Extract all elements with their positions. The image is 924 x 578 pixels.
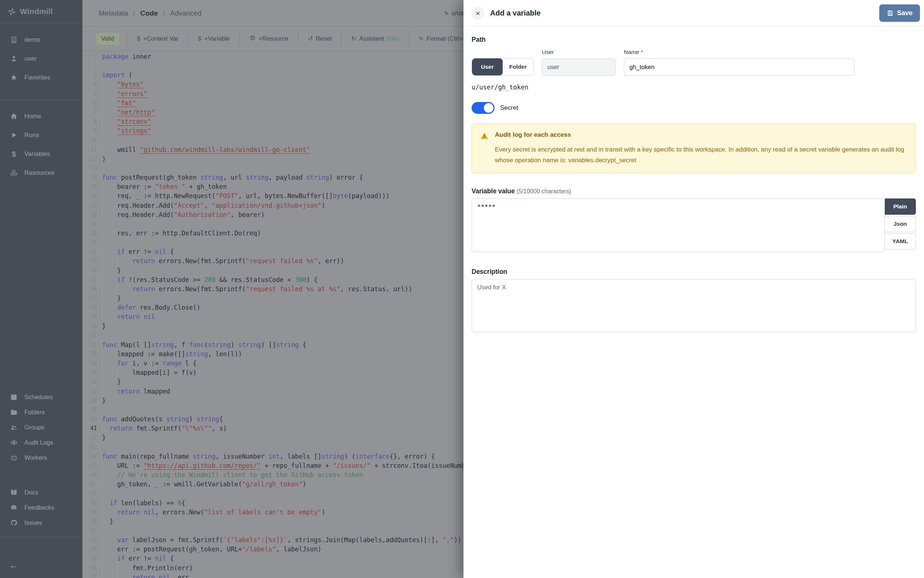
- code-line[interactable]: gh_token, _ := wmill.GetVariable("g/all/…: [102, 480, 306, 489]
- code-line[interactable]: lmapped[i] = f(v): [102, 368, 196, 377]
- close-icon[interactable]: ×: [471, 6, 484, 20]
- sidebar-item-audit-logs[interactable]: Audit Logs: [0, 435, 83, 450]
- sidebar-item-favorites[interactable]: Favorites: [0, 68, 83, 87]
- code-editor[interactable]: 1package inner23import (4 "bytes"5 "erro…: [83, 51, 463, 578]
- code-line[interactable]: }: [102, 377, 121, 386]
- code-line[interactable]: if len(labels) == 0{: [102, 498, 185, 508]
- user-field[interactable]: [542, 58, 616, 76]
- code-token: byte: [333, 192, 348, 200]
- code-token: ) []: [261, 341, 276, 349]
- sidebar-item-user[interactable]: user: [0, 49, 83, 68]
- tab-metadata[interactable]: Metadata: [99, 9, 128, 17]
- code-line[interactable]: wmill "github.com/windmill-labs/windmill…: [102, 145, 310, 154]
- code-line[interactable]: if err != nil {: [102, 554, 174, 563]
- sidebar-item-home[interactable]: Home: [0, 107, 83, 126]
- sidebar-item-workers[interactable]: Workers: [0, 450, 83, 465]
- code-line[interactable]: return lmapped: [102, 387, 170, 396]
- code-line[interactable]: if !(res.StatusCode >= 200 && res.Status…: [102, 275, 317, 284]
- code-line[interactable]: return nil, err: [102, 573, 189, 578]
- code-line[interactable]: "strconv": [102, 117, 151, 127]
- sidebar-item-label: Feedbacks: [24, 504, 54, 511]
- collapse-sidebar-button[interactable]: ←: [9, 560, 18, 570]
- sidebar-item-label: Runs: [24, 132, 39, 139]
- sidebar-item-folders[interactable]: Folders: [0, 405, 83, 420]
- code-line[interactable]: "errors": [102, 89, 148, 99]
- toolbar-button-reset[interactable]: ↺Reset: [298, 32, 341, 46]
- code-line[interactable]: func postRequest(gh_token string, url st…: [102, 173, 363, 182]
- toolbar-button-context-var[interactable]: $+Context Var: [127, 32, 188, 46]
- code-line-row: 56 fmt.Println(err): [83, 563, 463, 573]
- code-line-row: 12): [83, 154, 463, 164]
- code-line[interactable]: return errors.New(fmt.Sprintf("request f…: [102, 257, 344, 266]
- tab-advanced[interactable]: Advanced: [170, 9, 201, 17]
- code-line[interactable]: lmapped := make([]string, len(l)): [102, 350, 242, 359]
- code-line[interactable]: URL := "https://api.github.com/repos/" +…: [102, 461, 463, 471]
- code-line[interactable]: var labelJson = fmt.Sprintf(`{"labels":[…: [102, 536, 461, 545]
- toolbar-button-format-ctrl-s[interactable]: ✎Format (Ctrl+S: [409, 32, 463, 46]
- code-line[interactable]: package inner: [102, 52, 151, 61]
- code-line[interactable]: "strings": [102, 127, 151, 136]
- format-tab-json[interactable]: Json: [885, 216, 916, 232]
- code-line[interactable]: "fmt": [102, 99, 136, 108]
- indent-guide: [102, 81, 117, 88]
- windmill-logo[interactable]: Windmill: [0, 0, 83, 23]
- code-line[interactable]: }: [102, 433, 106, 442]
- toolbar-button-resource[interactable]: +Resource: [239, 32, 298, 46]
- sidebar-item-schedules[interactable]: Schedules: [0, 390, 83, 405]
- path-kind-folder[interactable]: Folder: [503, 58, 533, 75]
- code-line-row: 9 "strings": [83, 127, 463, 136]
- code-line[interactable]: func addQuotes(s string) string{: [102, 415, 223, 424]
- secret-toggle[interactable]: [472, 102, 495, 114]
- sidebar-item-variables[interactable]: $Variables: [0, 144, 83, 163]
- path-kind-user[interactable]: User: [472, 58, 503, 75]
- code-line[interactable]: "bytes": [102, 80, 144, 89]
- script-path[interactable]: ✎ u/us: [444, 0, 463, 27]
- code-line[interactable]: res, err := http.DefaultClient.Do(req): [102, 229, 261, 238]
- sidebar-item-resources[interactable]: Resources: [0, 163, 83, 182]
- code-line-row: 8 "strconv": [83, 117, 463, 127]
- code-line[interactable]: req.Header.Add("Accept", "application/vn…: [102, 201, 325, 210]
- code-line[interactable]: "net/http": [102, 108, 155, 117]
- code-line[interactable]: return nil: [102, 312, 155, 321]
- code-token: }: [117, 295, 121, 302]
- code-line[interactable]: // We're using the Windmill client to ge…: [102, 471, 363, 480]
- toolbar-button-assistant[interactable]: ↻Assistant (Go): [341, 32, 408, 46]
- sidebar-item-feedbacks[interactable]: Feedbacks: [0, 500, 83, 515]
- description-input[interactable]: Used for X: [472, 279, 916, 332]
- code-line[interactable]: return fmt.Sprintf("\"%s\"", s): [102, 424, 227, 433]
- format-tab-yaml[interactable]: YAML: [885, 233, 916, 250]
- code-line[interactable]: }: [102, 322, 106, 331]
- code-line[interactable]: req.Header.Add("Authorization", bearer): [102, 210, 265, 219]
- sidebar-item-demo[interactable]: demo: [0, 30, 83, 49]
- code-token: nil: [159, 573, 171, 578]
- toolbar-button-variable[interactable]: $+Variable: [188, 32, 239, 46]
- sidebar-item-issues[interactable]: Issues: [0, 515, 83, 530]
- code-line[interactable]: return nil, errors.New("list of labels c…: [102, 508, 325, 517]
- code-line[interactable]: return errors.New(fmt.Sprintf("request f…: [102, 284, 412, 294]
- code-token: req, _ := http.NewRequest(: [117, 192, 216, 200]
- code-line[interactable]: err := postRequest(gh_token, URL+"/label…: [102, 545, 322, 554]
- code-line[interactable]: if err != nil {: [102, 247, 174, 257]
- sidebar-item-groups[interactable]: Groups: [0, 420, 83, 435]
- code-line[interactable]: import (: [102, 71, 132, 80]
- format-tab-plain[interactable]: Plain: [885, 198, 916, 215]
- code-line[interactable]: ): [102, 154, 106, 164]
- code-line[interactable]: req, _ := http.NewRequest("POST", url, b…: [102, 192, 390, 201]
- code-line[interactable]: func Map(l []string, f func(string) stri…: [102, 340, 306, 350]
- variable-value-input[interactable]: *****: [472, 198, 885, 252]
- code-line[interactable]: }: [102, 266, 121, 275]
- code-line[interactable]: bearer := "token " + gh_token: [102, 182, 227, 192]
- code-line[interactable]: defer res.Body.Close(): [102, 303, 200, 312]
- code-line[interactable]: }: [102, 396, 106, 406]
- toolbar-button-label: Format (Ctrl+S: [427, 35, 463, 42]
- tab-code[interactable]: Code: [140, 9, 158, 17]
- sidebar-item-docs[interactable]: Docs: [0, 485, 83, 500]
- code-line[interactable]: for i, v := range l {: [102, 359, 196, 368]
- code-line[interactable]: fmt.Println(err): [102, 563, 193, 573]
- code-line[interactable]: }: [102, 517, 114, 526]
- name-field[interactable]: [624, 58, 854, 76]
- code-line[interactable]: func main(repo_fullname string, issueNum…: [102, 452, 435, 461]
- code-line[interactable]: }: [102, 294, 121, 303]
- save-button[interactable]: Save: [879, 5, 920, 22]
- sidebar-item-runs[interactable]: Runs: [0, 126, 83, 144]
